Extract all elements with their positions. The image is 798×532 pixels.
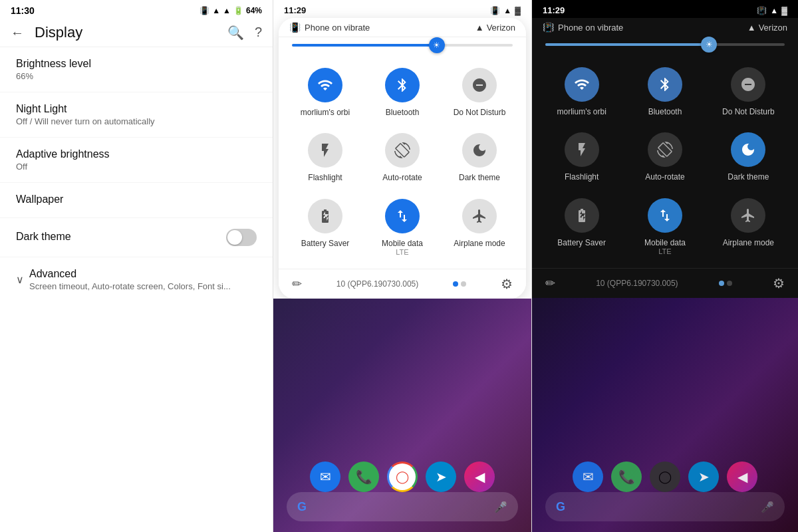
phone-icon-light[interactable]: 📞 [348, 462, 379, 492]
brightness-track-dark: ☀ [545, 43, 785, 46]
header-actions: 🔍 ? [227, 25, 262, 41]
messages-icon-dark[interactable]: ✉ [573, 462, 603, 492]
edit-icon-light[interactable]: ✏ [292, 277, 302, 291]
qs-dark-brightness[interactable]: ☀ [532, 37, 798, 53]
batterysaver-tile-label: Battery Saver [301, 239, 350, 248]
vibrate-icon: 📳 [200, 6, 209, 15]
qs-tile-wifi-light[interactable]: morlium's orbi [287, 59, 364, 124]
qs-tile-flashlight-light[interactable]: Flashlight [287, 124, 364, 189]
qs-tile-batterysaver-light[interactable]: Battery Saver [287, 190, 364, 264]
qs-light-brightness[interactable]: ☀ [279, 37, 526, 53]
chrome-icon-light[interactable]: ◯ [387, 462, 418, 492]
wifi-icon-circle [308, 68, 342, 102]
night-light-item[interactable]: Night Light Off / Will never turn on aut… [0, 92, 273, 138]
qs-dark-notification-bar: 📳 Phone on vibrate ▲ Verizon [532, 18, 798, 37]
qs-dark-footer: ✏ 10 (QPP6.190730.005) ⚙ [532, 268, 798, 298]
qs-tile-mobiledata-light[interactable]: Mobile data LTE [364, 190, 441, 264]
qs-dark-vibrate-icon2: 📳 [543, 22, 554, 33]
qs-tile-bluetooth-light[interactable]: Bluetooth [364, 59, 441, 124]
qs-light-battery-icon: ▓ [515, 6, 521, 15]
mobiledata-icon-circle-dark [648, 198, 682, 233]
wallpaper-dark: ✉ 📞 ◯ ➤ ◀ G 🎤 [532, 298, 798, 532]
airplane-tile-label-dark: Airplane mode [723, 238, 774, 247]
qs-tile-wifi-dark[interactable]: morlium's orbi [540, 58, 623, 123]
qs-tile-mobiledata-dark[interactable]: Mobile data LTE [623, 189, 706, 263]
settings-gear-light[interactable]: ⚙ [501, 276, 513, 292]
qs-dark-version: 10 (QPP6.190730.005) [596, 279, 678, 288]
qs-tile-autorotate-light[interactable]: Auto-rotate [364, 124, 441, 189]
mic-icon-dark[interactable]: 🎤 [761, 501, 774, 513]
flashlight-icon-circle-dark [565, 132, 599, 167]
brightness-item[interactable]: Brightness level 66% [0, 47, 273, 92]
qs-light-vibrate-icon: 📳 [490, 6, 500, 15]
app5-icon-dark[interactable]: ◀ [727, 462, 757, 492]
qs-tile-autorotate-dark[interactable]: Auto-rotate [623, 123, 706, 188]
night-light-label: Night Light [16, 103, 155, 115]
signal-icon: ▲ [212, 6, 220, 15]
airplane-icon-circle-light [462, 199, 497, 233]
qs-tile-dnd-dark[interactable]: Do Not Disturb [707, 58, 790, 123]
battery-percent: 64% [246, 6, 262, 15]
settings-time: 11:30 [11, 5, 35, 16]
phone-panel-dark: 11:29 📳 ▲ ▓ 📳 Phone on vibrate ▲ Verizon… [532, 0, 798, 532]
settings-list: Brightness level 66% Night Light Off / W… [0, 47, 273, 532]
qs-light-carrier: Verizon [487, 23, 515, 33]
flashlight-icon-circle-light [308, 133, 342, 168]
qs-light-vibrate-label: Phone on vibrate [305, 23, 370, 33]
search-bar-dark[interactable]: G 🎤 [545, 492, 785, 521]
batterysaver-icon-circle-dark [565, 198, 599, 233]
back-button[interactable]: ← [11, 25, 24, 41]
qs-tile-airplane-light[interactable]: Airplane mode [441, 190, 518, 264]
qs-tile-flashlight-dark[interactable]: Flashlight [540, 123, 623, 188]
qs-light-card: 📳 Phone on vibrate ▲ Verizon ☀ [279, 18, 526, 299]
search-bar-light[interactable]: G 🎤 [287, 492, 518, 521]
wifi-tile-label: morlium's orbi [301, 108, 350, 117]
brightness-thumb-dark[interactable]: ☀ [701, 37, 717, 53]
chrome-icon-dark[interactable]: ◯ [650, 462, 680, 492]
settings-status-icons: 📳 ▲ ▲ 🔋 64% [200, 6, 262, 15]
advanced-item[interactable]: ∨ Advanced Screen timeout, Auto-rotate s… [0, 257, 273, 302]
telegram-icon-dark[interactable]: ➤ [688, 462, 719, 492]
brightness-thumb-light[interactable]: ☀ [429, 37, 445, 53]
qs-tile-darktheme-light[interactable]: Dark theme [441, 124, 518, 189]
qs-dark-battery-icon: ▓ [781, 6, 787, 15]
qs-dark-status-icons: 📳 ▲ ▓ [757, 6, 787, 15]
batterysaver-tile-label-dark: Battery Saver [557, 238, 606, 247]
search-button[interactable]: 🔍 [227, 25, 244, 41]
dark-theme-item[interactable]: Dark theme [0, 218, 273, 257]
airplane-icon-circle-dark [731, 198, 765, 233]
mic-icon-light[interactable]: 🎤 [494, 501, 507, 513]
wifi-icon-circle-dark [565, 67, 599, 102]
settings-status-bar: 11:30 📳 ▲ ▲ 🔋 64% [0, 0, 273, 19]
qs-light-notification-bar: 📳 Phone on vibrate ▲ Verizon [279, 18, 526, 37]
qs-tile-batterysaver-dark[interactable]: Battery Saver [540, 189, 623, 263]
batterysaver-icon-circle-light [308, 199, 342, 233]
app5-icon-light[interactable]: ◀ [464, 462, 495, 492]
settings-gear-dark[interactable]: ⚙ [773, 275, 785, 291]
qs-tile-airplane-dark[interactable]: Airplane mode [707, 189, 790, 263]
autorotate-icon-circle-light [385, 133, 420, 168]
dark-theme-toggle[interactable] [226, 229, 257, 246]
qs-dark-vibrate-icon: 📳 [757, 6, 767, 15]
adaptive-brightness-label: Adaptive brightness [16, 148, 110, 160]
messages-icon-light[interactable]: ✉ [310, 462, 340, 492]
dot-2-light [461, 281, 466, 287]
adaptive-brightness-item[interactable]: Adaptive brightness Off [0, 138, 273, 183]
page-title: Display [35, 24, 217, 41]
wallpaper-item[interactable]: Wallpaper [0, 183, 273, 218]
qs-tile-bluetooth-dark[interactable]: Bluetooth [623, 58, 706, 123]
phone-icon-dark[interactable]: 📞 [611, 462, 642, 492]
wallpaper-light: ✉ 📞 ◯ ➤ ◀ G 🎤 [273, 299, 531, 532]
telegram-icon-light[interactable]: ➤ [426, 462, 456, 492]
night-light-value: Off / Will never turn on automatically [16, 116, 155, 126]
edit-icon-dark[interactable]: ✏ [545, 276, 555, 291]
qs-tile-darktheme-dark[interactable]: Dark theme [707, 123, 790, 188]
brightness-sun-icon-dark: ☀ [706, 40, 713, 49]
qs-light-grid: morlium's orbi Bluetooth Do Not Disturb [279, 53, 526, 269]
dnd-tile-label-dark: Do Not Disturb [722, 107, 775, 116]
flashlight-tile-label: Flashlight [308, 173, 342, 182]
qs-tile-dnd-light[interactable]: Do Not Disturb [441, 59, 518, 124]
help-button[interactable]: ? [255, 25, 262, 41]
settings-panel: 11:30 📳 ▲ ▲ 🔋 64% ← Display 🔍 ? Brightne… [0, 0, 273, 532]
google-g-icon-dark: G [556, 500, 565, 514]
